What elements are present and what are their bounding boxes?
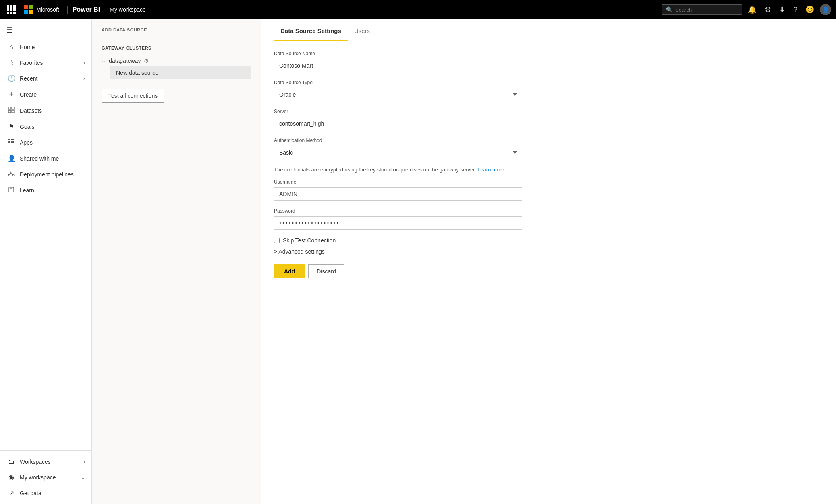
advanced-settings-toggle[interactable]: > Advanced settings: [274, 248, 522, 255]
auth-method-label: Authentication Method: [274, 138, 522, 143]
auth-method-field: Authentication Method Basic Windows OAut…: [274, 138, 522, 159]
sidebar-item-label: Favorites: [20, 60, 43, 66]
sidebar-item-deployment-pipelines[interactable]: Deployment pipelines: [0, 166, 91, 182]
gateway-name: datagateway: [109, 58, 141, 64]
form-area: Data Source Name Data Source Type Oracle…: [261, 41, 535, 291]
waffle-menu[interactable]: [5, 3, 18, 16]
sidebar: ☰ ⌂ Home ☆ Favorites › 🕐 Recent › + Crea…: [0, 19, 92, 504]
left-panel: Add Data Source Gateway Clusters ⌄ datag…: [92, 19, 261, 504]
sidebar-item-label: Goals: [20, 124, 35, 130]
add-button[interactable]: Add: [274, 264, 305, 278]
sidebar-item-get-data[interactable]: ↗ Get data: [0, 485, 91, 501]
tabs-header: Data Source Settings Users: [261, 19, 836, 41]
sidebar-item-datasets[interactable]: Datasets: [0, 103, 91, 119]
topbar-divider: [67, 6, 68, 14]
form-buttons: Add Discard: [274, 264, 522, 278]
download-icon[interactable]: ⬇: [777, 5, 788, 14]
server-label: Server: [274, 109, 522, 114]
tab-users[interactable]: Users: [348, 19, 376, 41]
app-name: Power BI: [73, 6, 100, 13]
sidebar-item-recent[interactable]: 🕐 Recent ›: [0, 70, 91, 86]
content-area: Add Data Source Gateway Clusters ⌄ datag…: [92, 19, 836, 504]
ms-logo: Microsoft: [24, 5, 59, 14]
svg-point-12: [12, 174, 14, 176]
username-input[interactable]: [274, 187, 522, 201]
sidebar-item-label: Recent: [20, 75, 37, 82]
password-field: Password: [274, 208, 522, 230]
datasource-type-label: Data Source Type: [274, 80, 522, 85]
svg-rect-6: [12, 139, 14, 140]
server-field: Server: [274, 109, 522, 130]
datasource-name-label: Data Source Name: [274, 51, 522, 56]
right-panel: Data Source Settings Users Data Source N…: [261, 19, 836, 504]
sidebar-item-label: Learn: [20, 187, 34, 194]
sidebar-item-shared-with-me[interactable]: 👤 Shared with me: [0, 151, 91, 166]
search-input[interactable]: [675, 7, 732, 13]
sidebar-item-learn[interactable]: Learn: [0, 182, 91, 198]
svg-rect-2: [8, 110, 11, 113]
sidebar-item-label: Get data: [20, 490, 41, 496]
gateway-expand-icon: ⌄: [102, 58, 106, 64]
workspace-label: My workspace: [110, 6, 145, 13]
workspaces-icon: 🗂: [8, 458, 15, 465]
password-input[interactable]: [274, 216, 522, 230]
new-datasource-item[interactable]: New data source: [110, 66, 251, 79]
gateway-settings-icon[interactable]: ⚙: [144, 58, 149, 64]
datasource-name-field: Data Source Name: [274, 51, 522, 72]
sidebar-item-favorites[interactable]: ☆ Favorites ›: [0, 55, 91, 70]
datasource-type-field: Data Source Type Oracle SQL Server MySQL…: [274, 80, 522, 101]
skip-test-checkbox[interactable]: [274, 238, 280, 243]
notification-icon[interactable]: 🔔: [745, 5, 759, 14]
test-all-connections-button[interactable]: Test all connections: [102, 89, 164, 103]
gateway-item[interactable]: ⌄ datagateway ⚙: [102, 55, 251, 66]
svg-point-11: [8, 174, 10, 176]
feedback-icon[interactable]: 😊: [803, 5, 817, 14]
settings-icon[interactable]: ⚙: [762, 5, 774, 14]
sidebar-item-goals[interactable]: ⚑ Goals: [0, 119, 91, 134]
datasource-type-select[interactable]: Oracle SQL Server MySQL PostgreSQL: [274, 88, 522, 101]
credentials-note: The credentials are encrypted using the …: [274, 167, 522, 173]
svg-rect-5: [11, 139, 12, 140]
sidebar-item-apps[interactable]: Apps: [0, 134, 91, 151]
sidebar-item-label: Datasets: [20, 107, 42, 114]
create-icon: +: [8, 90, 15, 99]
learn-icon: [8, 186, 15, 194]
svg-rect-1: [12, 107, 14, 109]
sidebar-item-home[interactable]: ⌂ Home: [0, 39, 91, 55]
server-input[interactable]: [274, 117, 522, 130]
datasource-name-input[interactable]: [274, 59, 522, 72]
topbar: Microsoft Power BI My workspace 🔍 🔔 ⚙ ⬇ …: [0, 0, 836, 19]
search-box[interactable]: 🔍: [662, 4, 742, 15]
sidebar-item-label: Home: [20, 44, 35, 50]
avatar[interactable]: 👤: [820, 4, 831, 15]
sidebar-toggle[interactable]: ☰: [5, 23, 15, 38]
svg-rect-9: [12, 141, 14, 143]
main-layout: ☰ ⌂ Home ☆ Favorites › 🕐 Recent › + Crea…: [0, 19, 836, 504]
auth-method-select[interactable]: Basic Windows OAuth2: [274, 146, 522, 159]
skip-test-connection: Skip Test Connection: [274, 237, 522, 244]
tab-data-source-settings[interactable]: Data Source Settings: [274, 19, 348, 41]
svg-rect-4: [8, 139, 10, 140]
favorites-icon: ☆: [8, 59, 15, 66]
svg-line-13: [9, 173, 11, 175]
gateway-clusters-label: Gateway Clusters: [102, 45, 251, 50]
sidebar-item-label: Deployment pipelines: [20, 171, 74, 178]
username-field: Username: [274, 179, 522, 201]
sidebar-item-my-workspace[interactable]: ◉ My workspace ⌄: [0, 469, 91, 485]
discard-button[interactable]: Discard: [308, 264, 344, 278]
svg-rect-15: [9, 187, 14, 192]
apps-icon: [8, 138, 15, 147]
help-icon[interactable]: ?: [791, 6, 800, 14]
sidebar-item-label: Shared with me: [20, 155, 59, 162]
learn-more-link[interactable]: Learn more: [477, 167, 504, 173]
chevron-right-icon: ›: [83, 459, 85, 465]
sidebar-item-create[interactable]: + Create: [0, 86, 91, 103]
goals-icon: ⚑: [8, 123, 15, 130]
home-icon: ⌂: [8, 43, 15, 51]
sidebar-item-label: Create: [20, 91, 37, 98]
chevron-right-icon: ›: [83, 76, 85, 81]
sidebar-item-label: Workspaces: [20, 459, 51, 465]
my-workspace-icon: ◉: [8, 473, 15, 481]
search-icon: 🔍: [666, 6, 673, 13]
sidebar-item-workspaces[interactable]: 🗂 Workspaces ›: [0, 454, 91, 469]
